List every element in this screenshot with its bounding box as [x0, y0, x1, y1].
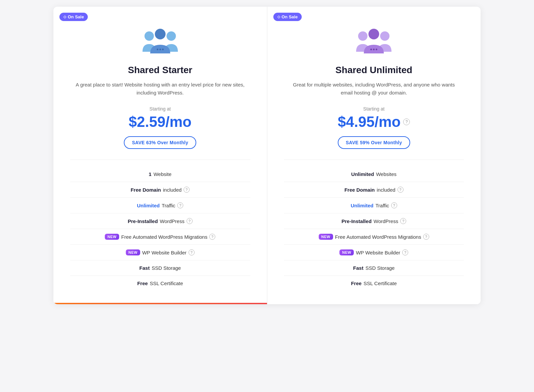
on-sale-badge: On Sale: [59, 13, 88, 21]
help-icon[interactable]: ?: [187, 218, 193, 224]
svg-point-1: [167, 31, 176, 41]
feature-text: Free Automated WordPress Migrations: [121, 234, 207, 240]
help-icon[interactable]: ?: [177, 202, 183, 208]
help-icon[interactable]: ?: [391, 202, 397, 208]
feature-text: WordPress: [160, 218, 185, 224]
price-help-icon[interactable]: ?: [403, 119, 410, 125]
price-display: $4.95/mo?: [284, 114, 464, 130]
plans-container: On Sale Shared StarterA great place to s…: [53, 7, 481, 304]
save-badge[interactable]: SAVE 63% Over Monthly: [124, 136, 196, 149]
feature-text: WP Website Builder: [142, 250, 187, 255]
feature-bold-text: Pre-Installed: [128, 218, 158, 224]
help-icon[interactable]: ?: [209, 234, 215, 240]
svg-point-2: [155, 29, 166, 39]
plan-card-shared-unlimited: On Sale Shared UnlimitedGreat for multip…: [267, 7, 481, 304]
feature-text: included: [163, 187, 182, 193]
feature-item: 1 Website: [70, 167, 250, 182]
feature-item: Unlimited Traffic?: [284, 198, 464, 213]
plan-description: Great for multiple websites, including W…: [284, 81, 464, 97]
plan-icon: [70, 27, 250, 57]
feature-bold-text: Free Domain: [130, 187, 161, 193]
svg-point-4: [159, 49, 161, 50]
feature-text: Websites: [376, 171, 396, 177]
new-badge: NEW: [105, 234, 119, 240]
feature-text: Free Automated WordPress Migrations: [335, 234, 421, 240]
feature-text: Traffic: [375, 203, 389, 208]
feature-item: NEW Free Automated WordPress Migrations?: [70, 229, 250, 245]
feature-item: Unlimited Traffic?: [70, 198, 250, 213]
help-icon[interactable]: ?: [184, 187, 190, 193]
feature-text: WordPress: [373, 218, 398, 224]
feature-item: NEW Free Automated WordPress Migrations?: [284, 229, 464, 245]
new-badge: NEW: [339, 249, 354, 255]
price-value: $4.95/mo: [338, 114, 400, 130]
feature-item: NEW WP Website Builder?: [70, 245, 250, 260]
starting-at-label: Starting at: [284, 106, 464, 112]
svg-point-0: [145, 31, 154, 41]
save-badge[interactable]: SAVE 59% Over Monthly: [338, 136, 410, 149]
new-badge: NEW: [319, 234, 333, 240]
feature-bold-text: Free: [351, 280, 362, 286]
feature-item: NEW WP Website Builder?: [284, 245, 464, 260]
bottom-bar: [53, 303, 267, 304]
feature-item: Fast SSD Storage: [70, 260, 250, 276]
price-value: $2.59/mo: [129, 114, 192, 130]
feature-bold-text: Free Domain: [344, 187, 375, 193]
feature-bold-text: Fast: [353, 265, 363, 271]
feature-item: Free Domain included?: [284, 182, 464, 198]
feature-item: Free Domain included?: [70, 182, 250, 198]
feature-bold-text: Free: [137, 280, 148, 286]
feature-text: included: [377, 187, 395, 193]
svg-point-9: [370, 49, 372, 50]
feature-text: Traffic: [162, 203, 176, 208]
feature-item: Free SSL Certificate: [70, 276, 250, 291]
feature-text: SSD Storage: [152, 265, 181, 271]
help-icon[interactable]: ?: [402, 249, 408, 255]
help-icon[interactable]: ?: [423, 234, 429, 240]
new-badge: NEW: [126, 249, 140, 255]
feature-item: Unlimited Websites: [284, 167, 464, 182]
features-list: 1 WebsiteFree Domain included?Unlimited …: [70, 160, 250, 291]
feature-blue-text: Unlimited: [351, 203, 373, 208]
feature-item: Pre-InstalledWordPress ?: [70, 213, 250, 229]
svg-point-7: [380, 31, 389, 41]
feature-bold-text: Fast: [140, 265, 150, 271]
feature-item: Free SSL Certificate: [284, 276, 464, 291]
svg-point-3: [157, 49, 158, 50]
plan-card-shared-starter: On Sale Shared StarterA great place to s…: [53, 7, 267, 304]
feature-bold-text: Unlimited: [351, 171, 374, 177]
features-list: Unlimited WebsitesFree Domain included?U…: [284, 160, 464, 291]
feature-text: SSL Certificate: [363, 280, 397, 286]
feature-text: SSL Certificate: [150, 280, 183, 286]
price-display: $2.59/mo: [70, 114, 250, 130]
feature-text: WP Website Builder: [356, 250, 400, 255]
svg-point-6: [358, 31, 367, 41]
help-icon[interactable]: ?: [400, 218, 406, 224]
feature-item: Pre-InstalledWordPress ?: [284, 213, 464, 229]
plan-description: A great place to start! Website hosting …: [70, 81, 250, 97]
feature-text: Website: [154, 171, 172, 177]
svg-point-11: [376, 49, 377, 50]
feature-text: SSD Storage: [365, 265, 395, 271]
help-icon[interactable]: ?: [189, 249, 195, 255]
feature-item: Fast SSD Storage: [284, 260, 464, 276]
svg-point-5: [162, 49, 164, 50]
feature-bold-text: Pre-Installed: [341, 218, 371, 224]
starting-at-label: Starting at: [70, 106, 250, 112]
svg-point-8: [368, 29, 379, 39]
plan-title: Shared Starter: [70, 65, 250, 75]
plan-title: Shared Unlimited: [284, 65, 464, 75]
plan-icon: [284, 27, 464, 57]
on-sale-badge: On Sale: [273, 13, 302, 21]
svg-point-10: [373, 49, 375, 50]
help-icon[interactable]: ?: [397, 187, 404, 193]
feature-blue-text: Unlimited: [137, 203, 160, 208]
feature-bold-text: 1: [149, 171, 152, 177]
